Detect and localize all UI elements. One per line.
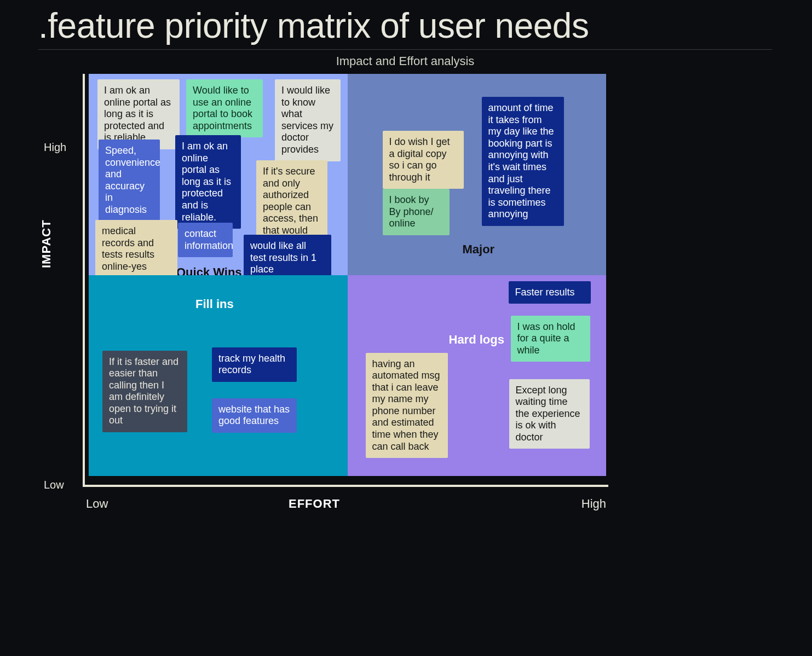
y-axis-low-label: Low [44,479,64,491]
x-axis-title: EFFORT [289,497,340,511]
quadrant-label: Fill ins [195,297,234,311]
card[interactable]: contact information [178,223,233,257]
card[interactable]: I do wish I get a digital copy so i can … [383,131,464,189]
card[interactable]: Would like to use an online portal to bo… [186,79,263,137]
card[interactable]: track my health records [212,347,297,382]
page-title: .feature priority matrix of user needs [38,5,774,46]
card[interactable]: If it is faster and easier than calling … [102,351,187,433]
quadrant-quick-wins: Quick Wins I am ok an online portal as l… [89,74,348,275]
divider [38,49,772,50]
quadrant-hard-logs: Hard logs having an automated msg that i… [348,275,607,477]
card[interactable]: I was on hold for a quite a while [511,316,590,362]
card[interactable]: would like all test results in 1 place [244,235,331,281]
page-subtitle: Impact and Effort analysis [38,54,772,68]
card[interactable]: I am ok an online portal as long as it i… [175,135,241,229]
priority-matrix: High Low Low High IMPACT EFFORT Quick Wi… [72,74,606,487]
quadrant-label: Hard logs [449,333,504,347]
x-axis-high-label: High [581,497,606,511]
card[interactable]: amount of time it takes from my day like… [482,97,564,226]
card[interactable]: medical records and tests results online… [95,220,177,278]
quadrant-fill-ins: Fill ins If it is faster and easier than… [89,275,348,477]
card[interactable]: website that has good features [212,398,297,433]
card[interactable]: Faster results [509,281,591,304]
x-axis-low-label: Low [86,497,108,511]
quadrant-major: Major I do wish I get a digital copy so … [348,74,607,275]
card[interactable]: Speed, convenience and accuracy in diagn… [99,140,160,222]
quadrant-label: Major [463,242,495,257]
card[interactable]: having an automated msg that i can leave… [366,353,448,458]
y-axis-title: IMPACT [39,219,54,268]
card[interactable]: I book by By phone/ online [383,189,450,235]
card[interactable]: I would like to know what services my do… [275,79,341,161]
card[interactable]: I am ok an online portal as long as it i… [97,79,180,149]
card[interactable]: Except long waiting time the experience … [509,379,590,449]
x-axis [83,485,608,487]
y-axis-high-label: High [44,141,66,154]
y-axis [83,74,85,487]
